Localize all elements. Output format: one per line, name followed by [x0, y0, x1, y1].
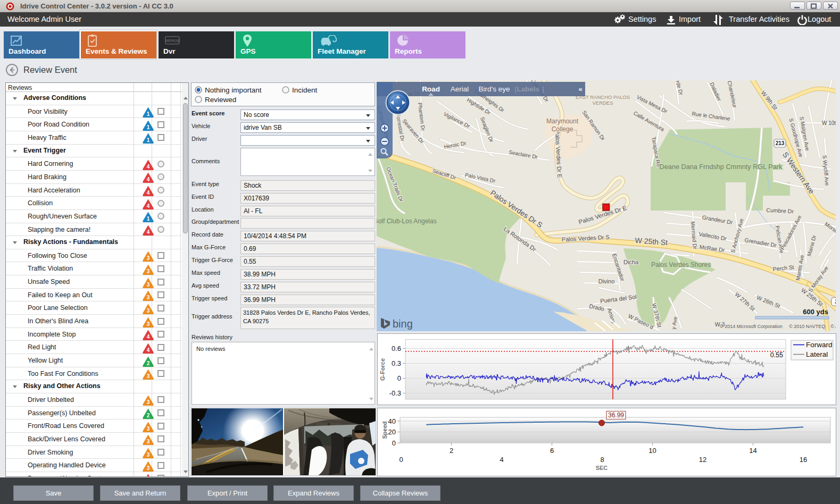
svg-text:2: 2	[147, 413, 150, 418]
svg-text:2: 2	[147, 360, 150, 366]
svg-text:bing: bing	[393, 318, 413, 330]
svg-text:Golf Club-Los Angelas: Golf Club-Los Angelas	[377, 217, 437, 225]
svg-text:|: |	[542, 85, 544, 93]
svg-text:36.99: 36.99	[608, 411, 624, 419]
svg-text:3: 3	[147, 399, 150, 405]
svg-text:3: 3	[147, 439, 150, 444]
svg-text:2: 2	[450, 447, 453, 455]
svg-text:3: 3	[147, 452, 150, 458]
svg-text:Deane Dana Frndshp Cmmnty RGL: Deane Dana Frndshp Cmmnty RGL Park	[660, 163, 783, 171]
svg-text:213: 213	[776, 140, 785, 146]
svg-text:4: 4	[147, 229, 150, 235]
svg-text:8: 8	[600, 456, 604, 464]
svg-text:MERGE: MERGE	[165, 38, 180, 43]
svg-text:1: 1	[147, 216, 150, 222]
svg-text:3: 3	[147, 465, 150, 471]
svg-text:College: College	[552, 125, 573, 133]
svg-text:4: 4	[147, 347, 150, 352]
svg-text:0.3: 0.3	[392, 359, 401, 367]
svg-text:0.55: 0.55	[770, 351, 783, 359]
svg-text:1: 1	[147, 111, 150, 117]
svg-text:VERDES: VERDES	[592, 100, 613, 106]
svg-text:10: 10	[648, 447, 656, 455]
svg-text:3: 3	[147, 255, 150, 261]
svg-text:4: 4	[500, 456, 503, 464]
svg-text:|: |	[514, 85, 516, 93]
svg-text:G-Force: G-Force	[379, 358, 386, 381]
svg-text:3: 3	[147, 268, 150, 274]
svg-text:0: 0	[399, 456, 403, 464]
svg-text:SEC: SEC	[596, 465, 608, 471]
svg-text:6: 6	[550, 447, 554, 455]
svg-text:12: 12	[699, 456, 706, 464]
svg-text:Lateral: Lateral	[806, 350, 828, 358]
svg-text:40: 40	[388, 417, 396, 425]
svg-text:3: 3	[147, 281, 150, 287]
svg-text:Forward: Forward	[806, 341, 833, 349]
svg-text:3: 3	[147, 373, 150, 379]
svg-text:4: 4	[147, 163, 150, 169]
svg-text:3: 3	[147, 295, 150, 300]
svg-text:20: 20	[388, 428, 396, 436]
svg-text:Bird's eye: Bird's eye	[479, 85, 510, 93]
svg-text:4: 4	[147, 334, 150, 340]
svg-text:14: 14	[749, 447, 756, 455]
svg-text:-0.3: -0.3	[389, 389, 401, 397]
svg-text:4: 4	[147, 190, 150, 196]
svg-text:Aerial: Aerial	[451, 85, 469, 93]
svg-text:W 10t: W 10t	[822, 120, 836, 126]
svg-text:Road: Road	[422, 85, 440, 93]
svg-text:3: 3	[147, 321, 150, 326]
svg-text:3: 3	[147, 425, 150, 431]
svg-text:3: 3	[147, 307, 150, 313]
svg-text:16: 16	[800, 456, 807, 464]
svg-text:Palos Verdes Shores: Palos Verdes Shores	[651, 261, 711, 268]
svg-text:«: «	[578, 85, 582, 93]
svg-text:© 2014 Microsoft Corporation: © 2014 Microsoft Corporation © 2010 NAVT…	[720, 324, 836, 329]
svg-text:0: 0	[392, 439, 396, 447]
svg-text:0.6: 0.6	[392, 345, 401, 352]
svg-text:Labels: Labels	[517, 85, 540, 93]
svg-text:600 yds: 600 yds	[803, 308, 828, 316]
svg-text:Dicha: Dicha	[623, 259, 639, 265]
svg-text:4: 4	[147, 203, 150, 208]
svg-text:2: 2	[835, 299, 836, 305]
svg-text:Divino: Divino	[598, 278, 615, 284]
svg-text:4: 4	[147, 177, 150, 182]
svg-text:Speed: Speed	[381, 421, 388, 439]
svg-text:0: 0	[397, 374, 401, 382]
svg-text:Marymount: Marymount	[546, 117, 579, 125]
svg-text:1: 1	[147, 137, 150, 143]
svg-text:1: 1	[147, 124, 150, 130]
